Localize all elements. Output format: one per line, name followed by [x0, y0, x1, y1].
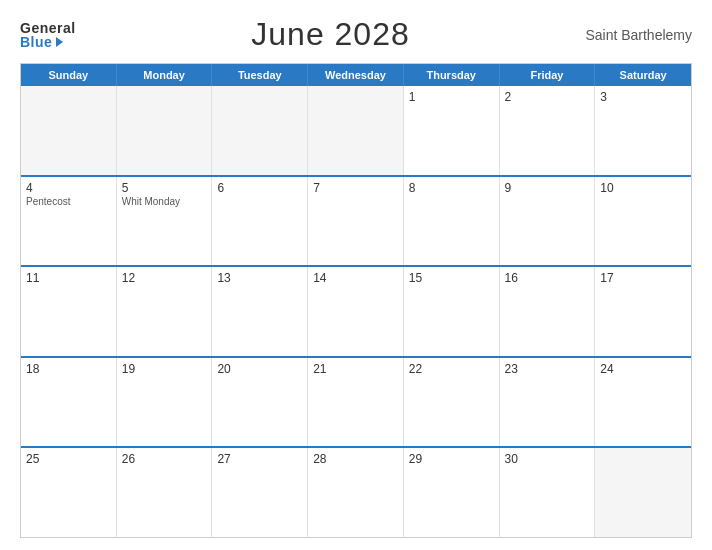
day-number: 30 [505, 452, 590, 466]
cal-cell: 24 [595, 358, 691, 447]
day-number: 28 [313, 452, 398, 466]
header-wednesday: Wednesday [308, 64, 404, 86]
cal-cell: 8 [404, 177, 500, 266]
day-number: 3 [600, 90, 686, 104]
cal-cell: 5Whit Monday [117, 177, 213, 266]
cal-cell: 29 [404, 448, 500, 537]
day-number: 5 [122, 181, 207, 195]
logo-triangle-icon [56, 37, 63, 47]
calendar-title: June 2028 [251, 16, 409, 53]
day-number: 15 [409, 271, 494, 285]
cal-cell: 11 [21, 267, 117, 356]
day-number: 21 [313, 362, 398, 376]
cal-cell [212, 86, 308, 175]
header-monday: Monday [117, 64, 213, 86]
calendar-page: General Blue June 2028 Saint Barthelemy … [0, 0, 712, 550]
cal-cell: 21 [308, 358, 404, 447]
day-number: 13 [217, 271, 302, 285]
cal-cell: 1 [404, 86, 500, 175]
logo-general-text: General [20, 21, 76, 35]
calendar-week-2: 4Pentecost5Whit Monday678910 [21, 175, 691, 266]
cal-cell: 3 [595, 86, 691, 175]
header-sunday: Sunday [21, 64, 117, 86]
day-number: 12 [122, 271, 207, 285]
cal-cell: 28 [308, 448, 404, 537]
cal-cell: 7 [308, 177, 404, 266]
cal-cell: 22 [404, 358, 500, 447]
day-number: 4 [26, 181, 111, 195]
cal-cell: 2 [500, 86, 596, 175]
calendar-week-4: 18192021222324 [21, 356, 691, 447]
day-number: 22 [409, 362, 494, 376]
day-number: 8 [409, 181, 494, 195]
day-number: 23 [505, 362, 590, 376]
day-number: 6 [217, 181, 302, 195]
day-number: 18 [26, 362, 111, 376]
logo-blue-row: Blue [20, 35, 63, 49]
calendar-week-5: 252627282930 [21, 446, 691, 537]
cal-cell [117, 86, 213, 175]
header: General Blue June 2028 Saint Barthelemy [20, 16, 692, 53]
calendar: Sunday Monday Tuesday Wednesday Thursday… [20, 63, 692, 538]
cal-cell [308, 86, 404, 175]
cal-cell: 10 [595, 177, 691, 266]
day-number: 17 [600, 271, 686, 285]
day-number: 27 [217, 452, 302, 466]
event-label: Pentecost [26, 196, 111, 207]
header-thursday: Thursday [404, 64, 500, 86]
cal-cell: 26 [117, 448, 213, 537]
cal-cell: 19 [117, 358, 213, 447]
cal-cell: 13 [212, 267, 308, 356]
cal-cell: 16 [500, 267, 596, 356]
day-number: 7 [313, 181, 398, 195]
day-number: 29 [409, 452, 494, 466]
day-number: 11 [26, 271, 111, 285]
cal-cell [595, 448, 691, 537]
day-number: 19 [122, 362, 207, 376]
day-number: 16 [505, 271, 590, 285]
header-saturday: Saturday [595, 64, 691, 86]
day-number: 9 [505, 181, 590, 195]
region-label: Saint Barthelemy [585, 27, 692, 43]
calendar-body: 1234Pentecost5Whit Monday678910111213141… [21, 86, 691, 537]
day-number: 20 [217, 362, 302, 376]
cal-cell: 23 [500, 358, 596, 447]
day-number: 25 [26, 452, 111, 466]
day-number: 2 [505, 90, 590, 104]
day-number: 24 [600, 362, 686, 376]
calendar-week-1: 123 [21, 86, 691, 175]
cal-cell: 4Pentecost [21, 177, 117, 266]
cal-cell: 30 [500, 448, 596, 537]
cal-cell: 9 [500, 177, 596, 266]
day-number: 26 [122, 452, 207, 466]
cal-cell: 17 [595, 267, 691, 356]
cal-cell: 27 [212, 448, 308, 537]
cal-cell: 20 [212, 358, 308, 447]
day-number: 14 [313, 271, 398, 285]
calendar-header: Sunday Monday Tuesday Wednesday Thursday… [21, 64, 691, 86]
cal-cell: 6 [212, 177, 308, 266]
calendar-week-3: 11121314151617 [21, 265, 691, 356]
cal-cell: 25 [21, 448, 117, 537]
day-number: 10 [600, 181, 686, 195]
cal-cell: 12 [117, 267, 213, 356]
logo: General Blue [20, 21, 76, 49]
event-label: Whit Monday [122, 196, 207, 207]
header-friday: Friday [500, 64, 596, 86]
day-number: 1 [409, 90, 494, 104]
cal-cell [21, 86, 117, 175]
cal-cell: 15 [404, 267, 500, 356]
cal-cell: 18 [21, 358, 117, 447]
header-tuesday: Tuesday [212, 64, 308, 86]
logo-blue-text: Blue [20, 35, 52, 49]
cal-cell: 14 [308, 267, 404, 356]
